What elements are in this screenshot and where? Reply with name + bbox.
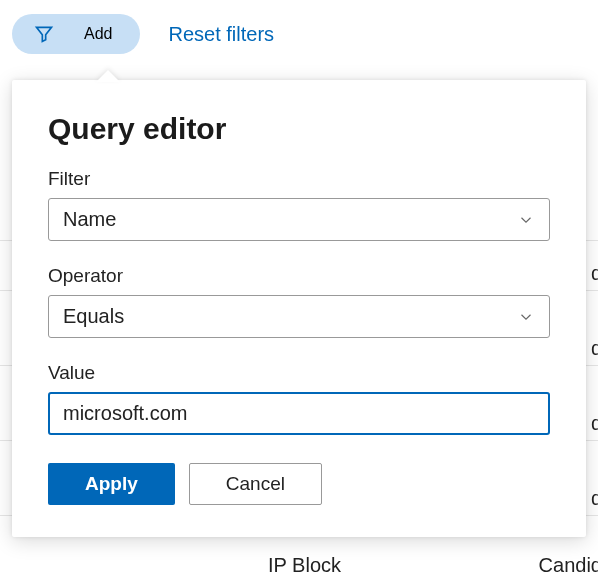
bg-text: d [591,262,598,285]
bg-text: d [591,487,598,510]
reset-filters-link[interactable]: Reset filters [168,23,274,46]
operator-select[interactable]: Equals [48,295,550,338]
add-filter-button[interactable]: Add [12,14,140,54]
value-field-label: Value [48,362,550,384]
operator-field-label: Operator [48,265,550,287]
filter-select-value: Name [63,208,116,231]
chevron-down-icon [517,211,535,229]
bg-text: d [591,337,598,360]
value-input[interactable] [48,392,550,435]
filter-field-label: Filter [48,168,550,190]
panel-title: Query editor [48,112,550,146]
add-filter-label: Add [84,25,112,43]
cancel-button[interactable]: Cancel [189,463,322,505]
bg-text-candid: Candid [539,554,598,576]
filter-icon [34,24,54,44]
filter-select[interactable]: Name [48,198,550,241]
apply-button[interactable]: Apply [48,463,175,505]
bg-text-ipblock: IP Block [268,554,341,576]
operator-select-value: Equals [63,305,124,328]
query-editor-panel: Query editor Filter Name Operator Equals… [12,80,586,537]
chevron-down-icon [517,308,535,326]
bg-text: d [591,412,598,435]
